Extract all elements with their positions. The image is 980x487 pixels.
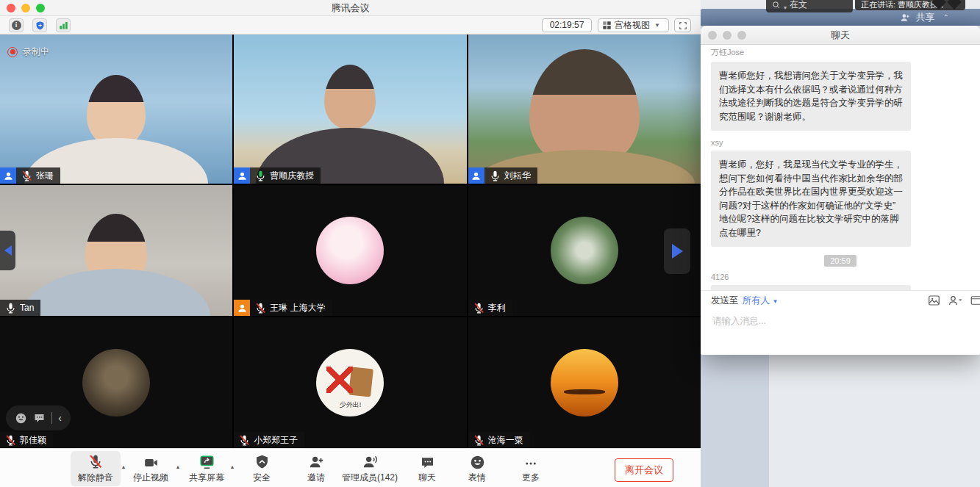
- send-to-selector[interactable]: 所有人 ▼: [743, 295, 779, 307]
- signal-bars-icon: [59, 21, 68, 30]
- unmute-button[interactable]: 解除静音: [71, 451, 121, 486]
- mic-muted-icon: [238, 434, 251, 447]
- video-tile-liuyunhua[interactable]: 刘耘华: [468, 35, 701, 184]
- next-page-button[interactable]: [664, 228, 690, 274]
- invite-person-icon: [308, 454, 325, 470]
- fullscreen-icon: [679, 21, 687, 30]
- chat-panel: 聊天 万钰Jose 曹老师您好，我想请问您关于文学变异学，我们选择文本有什么依据…: [701, 26, 980, 355]
- video-tile-xiaozhengzhengwangzi[interactable]: 少外出! 小郑郑王子: [234, 317, 466, 448]
- view-mode-selector[interactable]: 宫格视图 ▼: [598, 18, 669, 32]
- chat-message-input[interactable]: [711, 315, 961, 327]
- audio-options-caret[interactable]: ▲: [121, 464, 126, 469]
- chat-message-list[interactable]: 万钰Jose 曹老师您好，我想请问您关于文学变异学，我们选择文本有什么依据吗？或…: [701, 45, 980, 290]
- grid-view-icon: [602, 21, 612, 30]
- camera-icon: [143, 455, 160, 470]
- bottom-toolbar: 解除静音 ▲ 停止视频 ▲ 共享屏幕 ▲: [0, 448, 701, 487]
- meeting-window: 腾讯会议 i 02:19:57: [0, 0, 701, 487]
- collapse-chevron-icon[interactable]: ‹: [58, 413, 62, 423]
- chat-timestamp: 20:59: [824, 255, 856, 267]
- send-to-label: 发送至: [711, 295, 739, 307]
- stop-video-button[interactable]: 停止视频: [133, 452, 168, 484]
- recording-label: 录制中: [23, 46, 49, 58]
- host-badge-icon: [0, 167, 16, 184]
- video-placeholder: [234, 35, 466, 184]
- search-icon: [772, 1, 781, 10]
- participant-name: 沧海一粟: [488, 434, 523, 447]
- participant-name-tag: 小郑郑王子: [234, 432, 304, 448]
- mic-muted-icon: [473, 434, 485, 447]
- participant-name: Tan: [20, 303, 34, 313]
- chat-bubble-icon: [33, 412, 46, 424]
- prev-page-button[interactable]: [0, 231, 15, 270]
- send-image-button[interactable]: [927, 294, 941, 307]
- participant-name-tag: 郭佳颖: [0, 432, 53, 448]
- share-options-caret[interactable]: ▲: [230, 464, 235, 469]
- quick-reactions-pill[interactable]: ‹: [6, 405, 71, 430]
- chat-timestamp-row: 20:59: [711, 253, 970, 267]
- mic-muted-icon: [21, 170, 33, 182]
- chat-title: 聊天: [701, 29, 980, 42]
- fullscreen-button[interactable]: [674, 18, 691, 32]
- leave-meeting-button[interactable]: 离开会议: [615, 458, 673, 482]
- manage-members-button[interactable]: 管理成员(142): [342, 452, 398, 484]
- meeting-info-button[interactable]: i: [9, 18, 24, 32]
- video-options-caret[interactable]: ▲: [176, 464, 181, 469]
- participant-name: 李利: [488, 302, 506, 314]
- chevron-down-icon: ▼: [654, 22, 660, 29]
- meeting-timer: 02:19:57: [542, 18, 592, 32]
- smiley-icon: [470, 455, 485, 470]
- share-screen-button[interactable]: 共享屏幕: [189, 452, 224, 484]
- reactions-button[interactable]: 表情: [468, 452, 486, 484]
- participant-name-tag: 曹顺庆教授: [234, 167, 321, 184]
- mic-muted-icon: [254, 302, 267, 314]
- person-plus-icon: [899, 12, 911, 23]
- avatar: [82, 349, 150, 416]
- network-quality-button[interactable]: [56, 18, 71, 32]
- mic-muted-icon: [87, 453, 104, 470]
- meeting-security-button[interactable]: [32, 18, 47, 32]
- chat-username: 4126: [711, 273, 970, 281]
- search-text: 在文: [790, 0, 807, 11]
- participant-name-tag: 张珊: [0, 167, 60, 184]
- recording-dot-icon: [7, 47, 18, 57]
- video-tile-caoshunqing[interactable]: 曹顺庆教授: [234, 35, 466, 184]
- security-shield-icon: [254, 454, 270, 470]
- chat-message-bubble: 曹老师，您好，我是现当代文学专业的学生，想问下您如何看待中国当代作家比如余华的部…: [711, 151, 911, 247]
- participant-name: 郭佳颖: [20, 434, 46, 447]
- chat-bubble-icon: [420, 455, 435, 470]
- search-input[interactable]: ▾ 在文: [766, 0, 853, 12]
- mention-member-button[interactable]: [948, 294, 963, 307]
- host-badge-icon: [468, 167, 484, 184]
- chat-username: xsy: [711, 138, 970, 147]
- search-scope-caret: ▾: [784, 4, 787, 11]
- chat-message-bubble: 曹老师您好，我想请问您关于文学变异学，我们选择文本有什么依据吗？或者说通过何种方…: [711, 62, 911, 131]
- participant-name-tag: 王琳 上海大学: [234, 300, 332, 316]
- host-badge-icon: [234, 167, 250, 184]
- video-tile-tan[interactable]: Tan: [0, 185, 232, 316]
- invite-button[interactable]: 邀请: [307, 452, 325, 484]
- meeting-controlbar: i 02:19:57 宫格视图 ▼: [0, 16, 701, 35]
- participant-name-tag: 刘耘华: [468, 167, 537, 184]
- chat-send-to-row: 发送至 所有人 ▼: [701, 290, 980, 311]
- participant-name: 王琳 上海大学: [270, 302, 325, 314]
- divider: [51, 412, 52, 424]
- share-screen-icon: [198, 454, 215, 470]
- share-label[interactable]: 共享: [916, 11, 935, 24]
- more-button[interactable]: 更多: [522, 452, 540, 484]
- smiley-icon: [15, 412, 27, 425]
- chevron-up-icon[interactable]: ⌃: [943, 13, 949, 21]
- arrow-left-icon: [4, 245, 12, 256]
- members-icon: [361, 454, 378, 470]
- chat-button[interactable]: 聊天: [418, 452, 436, 484]
- security-button[interactable]: 安全: [253, 452, 271, 484]
- avatar: [551, 349, 618, 416]
- video-tile-wanglin[interactable]: 王琳 上海大学: [234, 185, 466, 316]
- info-icon: i: [12, 21, 21, 30]
- video-grid: 张珊 曹顺庆教授 刘耘华: [0, 35, 701, 448]
- video-placeholder: [468, 35, 701, 184]
- mic-on-icon: [4, 302, 17, 314]
- avatar-caption: 少外出!: [316, 400, 384, 410]
- arrow-right-icon: [672, 244, 683, 259]
- pop-out-window-button[interactable]: [970, 294, 980, 307]
- video-tile-canghaiyisu[interactable]: 沧海一粟: [468, 317, 701, 448]
